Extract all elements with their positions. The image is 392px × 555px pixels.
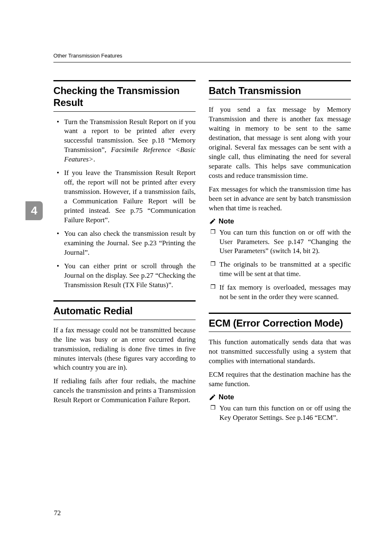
paragraph: If redialing fails after four redials, t… [53, 377, 196, 405]
body-text: This function automatically sends data t… [209, 338, 351, 389]
section-checking-transmission-result: Checking the Transmission Result Turn th… [53, 80, 196, 290]
section-title: Checking the Transmission Result [53, 85, 196, 109]
section-title: ECM (Error Correction Mode) [209, 317, 351, 329]
right-column: Batch Transmission If you send a fax mes… [209, 80, 351, 433]
chapter-number: 4 [31, 204, 37, 217]
paragraph: If you send a fax message by Memory Tran… [209, 105, 351, 181]
paragraph: If a fax message could not be transmitte… [53, 326, 196, 373]
running-header: Other Transmission Features [53, 53, 122, 59]
paragraph: Fax messages for which the transmission … [209, 185, 351, 213]
note-item: The originals to be transmitted at a spe… [219, 260, 351, 279]
note-item: You can turn this function on or off wit… [219, 228, 351, 256]
section-title: Automatic Redial [53, 305, 196, 317]
body-text: If you send a fax message by Memory Tran… [209, 105, 351, 213]
bullet-text-tail: . [93, 155, 95, 163]
section-rule [209, 313, 351, 314]
pencil-icon [209, 218, 216, 225]
note-list: You can turn this function on or off wit… [209, 228, 351, 302]
note-item: If fax memory is overloaded, messages ma… [219, 283, 351, 302]
pencil-icon [209, 394, 216, 401]
left-column: Checking the Transmission Result Turn th… [53, 80, 196, 433]
paragraph: ECM requires that the destination machin… [209, 370, 351, 389]
section-rule [53, 320, 196, 320]
section-automatic-redial: Automatic Redial If a fax message could … [53, 300, 196, 405]
bullet-item: You can either print or scroll through t… [64, 262, 196, 290]
section-ecm: ECM (Error Correction Mode) This functio… [209, 313, 351, 423]
note-label: Note [219, 217, 234, 226]
chapter-tab: 4 [25, 201, 43, 220]
section-rule [53, 80, 196, 81]
note-list: You can turn this function on or off usi… [209, 404, 351, 423]
note-heading: Note [209, 217, 351, 226]
bullet-item: Turn the Transmission Result Report on i… [64, 117, 196, 165]
section-rule [209, 99, 351, 99]
note-label: Note [219, 393, 234, 401]
bullet-item: If you leave the Transmission Result Rep… [64, 168, 196, 225]
content-area: Checking the Transmission Result Turn th… [53, 80, 351, 433]
section-rule [53, 111, 196, 112]
section-rule [209, 80, 351, 81]
header-rule [53, 62, 351, 62]
bullet-item: You can also check the transmission resu… [64, 229, 196, 258]
body-text: If a fax message could not be transmitte… [53, 326, 196, 405]
note-heading: Note [209, 393, 351, 401]
section-rule [209, 332, 351, 332]
note-item: You can turn this function on or off usi… [219, 404, 351, 423]
section-title: Batch Transmission [209, 85, 351, 97]
section-rule [53, 300, 196, 302]
page-number: 72 [54, 509, 61, 517]
bullet-list: Turn the Transmission Result Report on i… [53, 117, 196, 290]
paragraph: This function automatically sends data t… [209, 338, 351, 366]
section-batch-transmission: Batch Transmission If you send a fax mes… [209, 80, 351, 302]
